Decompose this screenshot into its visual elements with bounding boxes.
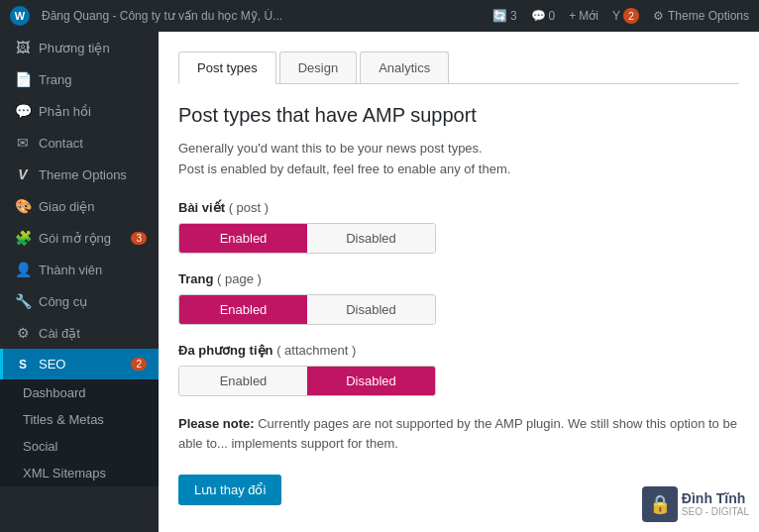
new-item[interactable]: + Mới (569, 9, 598, 23)
sidebar-sub-dashboard[interactable]: Dashboard (0, 379, 159, 406)
attachment-label: Đa phương tiện ( attachment ) (178, 343, 739, 358)
sidebar-item-cong-cu[interactable]: 🔧 Công cụ (0, 285, 159, 317)
plugins-badge: 3 (131, 232, 147, 245)
seo-badge: 2 (131, 358, 147, 371)
sidebar-item-label: SEO (39, 357, 65, 372)
page-title: Post types that have AMP support (178, 104, 739, 127)
amp-note: Please note: Currently pages are not sup… (178, 414, 739, 456)
site-name: Đăng Quang - Công ty tư vấn du học Mỹ, Ú… (42, 9, 481, 23)
yoast-badge: 2 (623, 8, 639, 24)
sidebar-item-label: Theme Options (39, 167, 127, 182)
watermark-text: Đình Tĩnh SEO - DIGITAL (682, 490, 749, 519)
plus-icon: + (569, 9, 576, 23)
admin-bar-items: 🔄 3 💬 0 + Mới Y 2 ⚙ Theme Options (492, 8, 749, 24)
tools-icon: 🔧 (15, 293, 31, 309)
bai-viet-enabled-btn[interactable]: Enabled (179, 224, 307, 253)
new-label: Mới (579, 9, 598, 23)
sidebar-sub-titles-metas[interactable]: Titles & Metas (0, 406, 159, 433)
tabs: Post types Design Analytics (178, 52, 739, 84)
sidebar-item-label: Phản hồi (39, 104, 91, 119)
theme-icon: V (15, 166, 31, 182)
gear-icon: ⚙ (653, 9, 664, 23)
sidebar-item-go-mo-rong[interactable]: 🧩 Gói mở rộng 3 (0, 222, 159, 254)
seo-icon: S (15, 358, 31, 372)
comments-icon: 💬 (531, 9, 546, 23)
sidebar-sub-xml-sitemaps[interactable]: XML Sitemaps (0, 460, 159, 486)
page-icon: 📄 (15, 71, 31, 87)
main-layout: 🖼 Phương tiện 📄 Trang 💬 Phản hồi ✉ Conta… (0, 32, 759, 532)
design-icon: 🎨 (15, 198, 31, 214)
admin-bar: W Đăng Quang - Công ty tư vấn du học Mỹ,… (0, 0, 759, 32)
sidebar-item-phuong-tien[interactable]: 🖼 Phương tiện (0, 32, 159, 63)
sidebar-item-seo[interactable]: S SEO 2 (0, 349, 159, 379)
comments-item[interactable]: 💬 0 (531, 9, 556, 23)
sidebar-item-label: Công cụ (39, 294, 87, 309)
sidebar-item-cai-dat[interactable]: ⚙ Cài đặt (0, 317, 159, 349)
sidebar: 🖼 Phương tiện 📄 Trang 💬 Phản hồi ✉ Conta… (0, 32, 159, 532)
sidebar-sub-label: Titles & Metas (23, 412, 104, 427)
sidebar-item-giao-dien[interactable]: 🎨 Giao diện (0, 190, 159, 222)
comments-count: 0 (549, 9, 556, 23)
yoast-icon: Y (612, 9, 620, 23)
sidebar-item-label: Giao diện (39, 199, 94, 214)
note-text: Currently pages are not supported by the… (178, 416, 737, 452)
sidebar-item-label: Trang (39, 72, 71, 87)
sidebar-item-label: Thành viên (39, 263, 102, 277)
sidebar-item-label: Cài đặt (39, 326, 80, 341)
updates-count: 3 (510, 9, 517, 23)
sidebar-item-phan-hoi[interactable]: 💬 Phản hồi (0, 95, 159, 127)
sidebar-sub-label: Social (23, 439, 57, 454)
settings-icon: ⚙ (15, 325, 31, 341)
bai-viet-toggle-group: Enabled Disabled (178, 223, 436, 254)
sidebar-sub-label: XML Sitemaps (23, 466, 106, 480)
sidebar-item-contact[interactable]: ✉ Contact (0, 127, 159, 159)
sidebar-sub-label: Dashboard (23, 385, 86, 400)
comment-icon: 💬 (15, 103, 31, 119)
save-button[interactable]: Lưu thay đổi (178, 475, 281, 505)
tab-post-types[interactable]: Post types (178, 52, 276, 84)
media-icon: 🖼 (15, 40, 31, 55)
attachment-toggle-group: Enabled Disabled (178, 366, 436, 396)
description-line1: Generally you'd want this to be your new… (178, 141, 483, 156)
bai-viet-label: Bài viết ( post ) (178, 200, 739, 215)
theme-options-label: Theme Options (668, 9, 749, 23)
sidebar-sub-social[interactable]: Social (0, 433, 159, 460)
watermark-sub: SEO - DIGITAL (682, 506, 749, 518)
watermark-name: Đình Tĩnh (682, 490, 749, 507)
watermark-icon: 🔒 (642, 486, 678, 522)
sidebar-item-label: Contact (39, 136, 83, 151)
post-type-trang: Trang ( page ) Enabled Disabled (178, 271, 739, 325)
users-icon: 👤 (15, 262, 31, 277)
updates-item[interactable]: 🔄 3 (492, 9, 517, 23)
content-inner: Post types Design Analytics Post types t… (159, 32, 759, 532)
bai-viet-disabled-btn[interactable]: Disabled (307, 224, 435, 253)
tab-design[interactable]: Design (279, 52, 357, 83)
trang-enabled-btn[interactable]: Enabled (179, 295, 307, 324)
page-description: Generally you'd want this to be your new… (178, 139, 739, 180)
attachment-disabled-btn[interactable]: Disabled (307, 367, 435, 395)
sidebar-item-thanh-vien[interactable]: 👤 Thành viên (0, 254, 159, 285)
note-prefix: Please note: (178, 416, 255, 431)
post-type-attachment: Đa phương tiện ( attachment ) Enabled Di… (178, 343, 739, 396)
attachment-enabled-btn[interactable]: Enabled (179, 367, 307, 395)
wp-logo[interactable]: W (10, 6, 30, 26)
sidebar-item-trang[interactable]: 📄 Trang (0, 63, 159, 95)
sidebar-item-label: Gói mở rộng (39, 231, 111, 246)
mail-icon: ✉ (15, 135, 31, 151)
sidebar-item-theme-options[interactable]: V Theme Options (0, 159, 159, 190)
theme-options-admin[interactable]: ⚙ Theme Options (653, 9, 749, 23)
tab-analytics[interactable]: Analytics (360, 52, 449, 83)
trang-toggle-group: Enabled Disabled (178, 294, 436, 325)
sidebar-item-label: Phương tiện (39, 41, 110, 55)
description-line2: Post is enabled by default, feel free to… (178, 161, 510, 176)
sidebar-sub-menu: Dashboard Titles & Metas Social XML Site… (0, 379, 159, 486)
yoast-item[interactable]: Y 2 (612, 8, 639, 24)
plugins-icon: 🧩 (15, 230, 31, 246)
trang-label: Trang ( page ) (178, 271, 739, 286)
trang-disabled-btn[interactable]: Disabled (307, 295, 435, 324)
post-type-bai-viet: Bài viết ( post ) Enabled Disabled (178, 200, 739, 254)
updates-icon: 🔄 (492, 9, 507, 23)
content-area: Post types Design Analytics Post types t… (159, 32, 759, 532)
watermark: 🔒 Đình Tĩnh SEO - DIGITAL (642, 486, 749, 522)
